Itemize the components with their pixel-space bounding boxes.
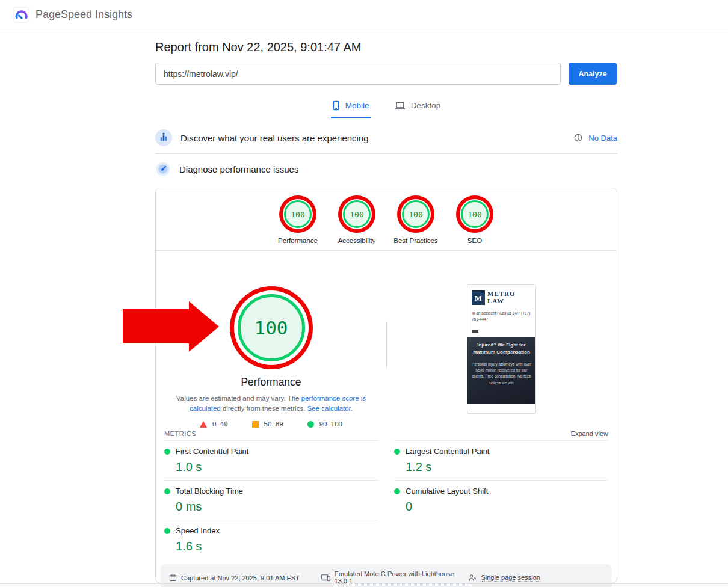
metro-law-logo: M METRO LAW: [472, 290, 531, 305]
tab-mobile-label: Mobile: [345, 101, 369, 110]
gauge-best-practices-label: Best Practices: [393, 237, 438, 244]
thumb-phone-text: In an accident? Call us 24/7 (727) 761-4…: [472, 310, 531, 323]
metric-fcp-value: 1.0 s: [176, 460, 378, 474]
shield-icon: M: [472, 290, 485, 305]
orange-square-icon: [252, 421, 259, 428]
red-arrow-annotation: [123, 309, 189, 343]
metric-total-blocking-time[interactable]: Total Blocking Time 0 ms: [164, 480, 378, 520]
laptop-icon: [395, 101, 406, 110]
analyze-button[interactable]: Analyze: [569, 63, 617, 85]
disclaimer-text-2: directly from these metrics.: [221, 405, 307, 412]
gauge-performance[interactable]: 100 Performance: [275, 200, 321, 244]
metrics-grid: First Contentful Paint 1.0 s Total Block…: [156, 440, 617, 559]
gauge-accessibility[interactable]: 100 Accessibility: [334, 200, 380, 244]
legend-average: 50–89: [252, 420, 283, 428]
legend-pass-range: 90–100: [319, 420, 342, 428]
pass-dot-icon: [394, 488, 400, 494]
real-users-icon: [155, 129, 172, 146]
gauge-accessibility-label: Accessibility: [338, 237, 376, 244]
gauge-seo-score: 100: [461, 200, 489, 228]
pagespeed-logo-icon[interactable]: [13, 7, 29, 23]
metric-fcp-name: First Contentful Paint: [176, 447, 248, 456]
gauge-performance-score: 100: [284, 200, 312, 228]
tab-desktop[interactable]: Desktop: [393, 96, 442, 118]
discover-section-row: Discover what your real users are experi…: [155, 122, 617, 154]
screenshot-column: M METRO LAW In an accident? Call us 24/7…: [386, 251, 617, 428]
calendar-icon: [169, 574, 177, 582]
expand-view-button[interactable]: Expand view: [571, 430, 608, 437]
legend-average-range: 50–89: [264, 420, 283, 428]
see-calculator-link[interactable]: See calculator.: [307, 405, 353, 412]
pass-dot-icon: [164, 528, 170, 534]
url-row: Analyze: [155, 63, 617, 85]
info-icon: [574, 134, 582, 142]
gauge-best-practices[interactable]: 100 Best Practices: [393, 200, 439, 244]
gauge-best-practices-score: 100: [402, 200, 430, 228]
metric-lcp-value: 1.2 s: [406, 460, 608, 474]
metrics-column-right: Largest Contentful Paint 1.2 s Cumulativ…: [394, 440, 608, 559]
legend-fail: 0–49: [200, 420, 228, 428]
pass-dot-icon: [164, 488, 170, 494]
score-legend: 0–49 50–89 90–100: [200, 420, 342, 428]
disclaimer-text-1: Values are estimated and may vary. The: [176, 395, 301, 402]
gauge-performance-label: Performance: [278, 237, 318, 244]
red-arrow-head: [189, 301, 219, 352]
session-type-text[interactable]: Single page session: [481, 574, 540, 582]
performance-detail-section: 100 Performance Values are estimated and…: [156, 251, 617, 426]
gauge-seo-label: SEO: [467, 237, 482, 244]
device-tabs: Mobile Desktop: [155, 96, 617, 118]
metrics-header-row: METRICS Expand view: [156, 426, 617, 440]
lighthouse-report-card: 100 Performance 100 Accessibility 100 Be…: [155, 188, 617, 583]
person-key-icon: [469, 574, 477, 582]
metric-first-contentful-paint[interactable]: First Contentful Paint 1.0 s: [164, 440, 378, 480]
metrics-heading: METRICS: [164, 430, 196, 437]
legend-pass: 90–100: [307, 420, 342, 428]
green-circle-icon: [307, 421, 314, 428]
pass-dot-icon: [164, 449, 170, 455]
metric-cls-value: 0: [406, 500, 608, 514]
big-performance-score[interactable]: 100: [238, 294, 305, 361]
red-triangle-icon: [200, 421, 207, 428]
metric-tbt-value: 0 ms: [176, 500, 378, 514]
app-title[interactable]: PageSpeed Insights: [35, 8, 132, 21]
top-bar: PageSpeed Insights: [0, 0, 728, 29]
thumb-hero: Injured? We Fight for Maximum Compensati…: [467, 337, 535, 404]
diagnose-section-row: Diagnose performance issues: [155, 154, 617, 184]
diagnose-heading: Diagnose performance issues: [179, 164, 298, 174]
score-disclaimer: Values are estimated and may vary. The p…: [172, 393, 371, 413]
metric-speed-index[interactable]: Speed Index 1.6 s: [164, 520, 378, 559]
metrics-column-left: First Contentful Paint 1.0 s Total Block…: [164, 440, 378, 559]
capture-timestamp-text: Captured at Nov 22, 2025, 9:01 AM EST: [181, 574, 300, 582]
legend-fail-range: 0–49: [212, 420, 228, 428]
thumb-hero-title: Injured? We Fight for Maximum Compensati…: [471, 342, 532, 357]
main-content: Report from Nov 22, 2025, 9:01:47 AM Ana…: [155, 40, 617, 583]
metric-lcp-name: Largest Contentful Paint: [406, 447, 489, 456]
no-data-label: No Data: [588, 134, 617, 143]
big-performance-label: Performance: [241, 376, 301, 389]
thumb-hero-body: Personal injury attorneys with over $500…: [471, 361, 532, 387]
gauge-seo[interactable]: 100 SEO: [452, 200, 498, 244]
gauge-accessibility-score: 100: [343, 200, 371, 228]
no-data-status[interactable]: No Data: [574, 134, 617, 143]
page-bottom-divider: [0, 583, 728, 584]
detail-vertical-divider: [386, 322, 387, 369]
category-gauge-strip: 100 Performance 100 Accessibility 100 Be…: [156, 188, 617, 244]
diagnose-gauge-icon: [155, 161, 171, 177]
metric-tbt-name: Total Blocking Time: [176, 487, 243, 496]
page-screenshot-thumbnail[interactable]: M METRO LAW In an accident? Call us 24/7…: [467, 284, 536, 414]
metric-si-value: 1.6 s: [176, 539, 378, 553]
brand-line2: LAW: [487, 298, 516, 305]
tab-mobile[interactable]: Mobile: [331, 96, 371, 118]
metric-largest-contentful-paint[interactable]: Largest Contentful Paint 1.2 s: [394, 440, 608, 480]
metric-cumulative-layout-shift[interactable]: Cumulative Layout Shift 0: [394, 480, 608, 520]
pass-dot-icon: [394, 449, 400, 455]
metric-si-name: Speed Index: [176, 526, 220, 535]
tab-desktop-label: Desktop: [411, 101, 441, 110]
device-icon: [321, 574, 330, 582]
metric-cls-name: Cumulative Layout Shift: [406, 487, 488, 496]
discover-heading: Discover what your real users are experi…: [180, 133, 369, 143]
report-title: Report from Nov 22, 2025, 9:01:47 AM: [155, 40, 617, 54]
phone-icon: [332, 100, 340, 111]
hamburger-icon: [472, 328, 478, 333]
url-input[interactable]: [155, 63, 561, 85]
